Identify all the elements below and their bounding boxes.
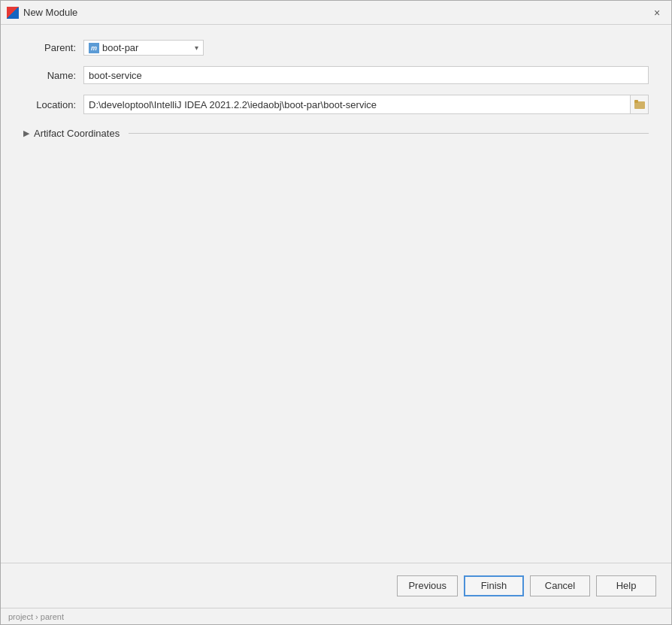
- browse-folder-button[interactable]: [630, 95, 648, 113]
- previous-button[interactable]: Previous: [397, 575, 458, 596]
- artifact-divider: [129, 133, 649, 134]
- new-module-window: New Module × Parent: m boot-par ▾ Name: …: [0, 0, 672, 625]
- artifact-label: Artifact Coordinates: [34, 128, 120, 139]
- svg-rect-1: [634, 100, 638, 103]
- title-bar: New Module ×: [1, 1, 671, 25]
- main-empty-area: [23, 149, 649, 548]
- cancel-button[interactable]: Cancel: [530, 575, 590, 596]
- artifact-section: ▶ Artifact Coordinates: [23, 125, 649, 142]
- location-label: Location:: [23, 99, 83, 110]
- location-input[interactable]: [84, 95, 630, 113]
- name-input[interactable]: [83, 66, 649, 84]
- parent-value: boot-par: [102, 42, 189, 53]
- location-input-wrapper: [83, 95, 649, 114]
- maven-icon: m: [89, 43, 99, 53]
- app-icon: [7, 7, 19, 19]
- title-bar-left: New Module: [7, 7, 77, 19]
- chevron-down-icon: ▾: [195, 44, 198, 52]
- parent-row: Parent: m boot-par ▾: [23, 40, 649, 56]
- button-bar: Previous Finish Cancel Help: [1, 563, 671, 608]
- parent-dropdown[interactable]: m boot-par ▾: [83, 40, 204, 56]
- name-row: Name:: [23, 66, 649, 84]
- close-button[interactable]: ×: [649, 5, 665, 21]
- artifact-expand-arrow: ▶: [23, 128, 29, 138]
- finish-button[interactable]: Finish: [464, 575, 524, 596]
- artifact-header[interactable]: ▶ Artifact Coordinates: [23, 125, 649, 142]
- folder-icon: [634, 100, 645, 109]
- name-label: Name:: [23, 70, 83, 81]
- help-button[interactable]: Help: [596, 575, 656, 596]
- bottom-bar-text: project › parent: [8, 612, 64, 621]
- location-row: Location:: [23, 95, 649, 114]
- bottom-bar: project › parent: [1, 608, 671, 624]
- parent-label: Parent:: [23, 42, 83, 53]
- window-title: New Module: [23, 7, 77, 18]
- content-area: Parent: m boot-par ▾ Name: Location:: [1, 25, 671, 563]
